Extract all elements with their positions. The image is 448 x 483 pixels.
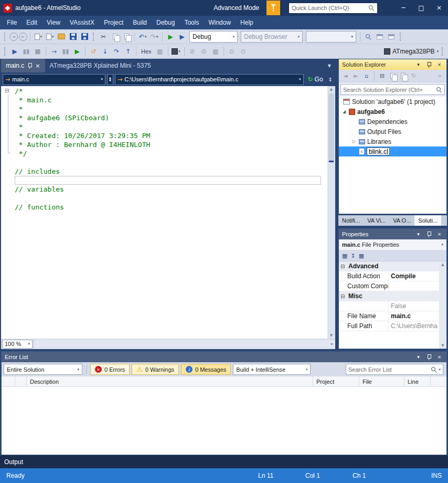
solution-explorer-titlebar[interactable]: Solution Explorer ▾ ×: [339, 59, 446, 70]
pin-icon[interactable]: [425, 61, 433, 68]
property-value[interactable]: Compile: [389, 272, 439, 280]
toolbar-grip[interactable]: [4, 47, 6, 56]
property-row-false[interactable]: False: [339, 301, 439, 311]
scroll-down-icon[interactable]: ▼: [441, 343, 444, 348]
navigate-forward-icon[interactable]: ►: [19, 33, 27, 41]
copy-icon[interactable]: [110, 31, 120, 43]
property-value[interactable]: False: [389, 302, 439, 310]
code-line[interactable]: */: [15, 149, 327, 158]
save-all-icon[interactable]: [79, 31, 90, 43]
menu-tools[interactable]: Tools: [179, 16, 204, 29]
collapse-icon[interactable]: ⊟: [340, 264, 346, 269]
pending-changes-filter-icon[interactable]: [388, 71, 397, 81]
properties-object-combo[interactable]: main.c File Properties ▾: [339, 239, 446, 250]
scroll-up-icon[interactable]: ▲: [330, 87, 333, 91]
menu-project[interactable]: Project: [99, 16, 128, 29]
maximize-button[interactable]: □: [412, 0, 430, 16]
collapse-all-icon[interactable]: ⊟: [378, 71, 387, 81]
toolbar-grip[interactable]: [400, 33, 402, 41]
column-severity[interactable]: [2, 376, 15, 386]
zoom-combo[interactable]: 100 % ▾: [2, 340, 33, 349]
rename-input[interactable]: blink.c: [367, 148, 390, 155]
mode-filter-button[interactable]: ▾: [266, 1, 280, 15]
code-line[interactable]: * Author : Bernhard @ I4HEINLOTH: [15, 140, 327, 149]
toolbar-grip[interactable]: [4, 33, 6, 41]
menu-build[interactable]: Build: [128, 16, 152, 29]
menu-edit[interactable]: Edit: [22, 16, 42, 29]
tree-item-solution[interactable]: Solution 'aufgabe6' (1 project): [339, 97, 446, 107]
window-position-icon[interactable]: ▾: [414, 62, 422, 67]
code-line[interactable]: [15, 194, 327, 203]
find-in-files-icon[interactable]: [363, 31, 374, 43]
warnings-filter-button[interactable]: ⚠ 0 Warnings: [132, 364, 179, 375]
code-editor[interactable]: /* * main.c * * aufgabe6 (SPiCboard) * *…: [15, 86, 327, 339]
pin-icon[interactable]: [27, 62, 32, 69]
expander-expanded-icon[interactable]: ◢: [342, 109, 347, 114]
solution-search-input[interactable]: [343, 87, 436, 93]
debug-target-combo[interactable]: ▾: [306, 31, 356, 43]
device-tool-icon[interactable]: ▾: [171, 46, 182, 57]
error-source-combo[interactable]: Build + IntelliSense ▾: [233, 364, 311, 375]
continue-icon[interactable]: ▶: [9, 46, 20, 57]
code-line[interactable]: *: [15, 104, 327, 113]
tab-va-outline[interactable]: VA O...: [389, 215, 414, 226]
error-list-titlebar[interactable]: Error List ▾ ×: [2, 352, 446, 362]
stop-icon[interactable]: ■: [33, 46, 43, 57]
error-list-body[interactable]: [2, 387, 446, 455]
cut-icon[interactable]: ✂: [98, 31, 109, 43]
start-without-debugging-icon[interactable]: ▶: [177, 31, 187, 43]
properties-titlebar[interactable]: Properties ▾ ×: [339, 229, 446, 239]
column-line[interactable]: Line: [404, 376, 431, 386]
show-next-statement-icon[interactable]: →: [49, 46, 59, 57]
scroll-down-icon[interactable]: ▼: [330, 333, 333, 338]
close-button[interactable]: ×: [430, 0, 448, 16]
step-into-icon[interactable]: ↓: [100, 46, 110, 57]
window-position-icon[interactable]: ▾: [414, 232, 422, 237]
tree-item-libraries[interactable]: ▷ Libraries: [339, 136, 446, 146]
tool-window-icon[interactable]: [375, 31, 385, 43]
collapse-icon[interactable]: ⊟: [340, 293, 346, 299]
debug-browser-combo[interactable]: Debug Browser▾: [241, 31, 303, 43]
disable-breakpoints-icon[interactable]: ⊘: [187, 46, 198, 57]
editor-horizontal-scrollbar[interactable]: ►: [35, 340, 335, 348]
navigate-back-icon[interactable]: ◄: [9, 33, 18, 41]
step-over-icon[interactable]: ↷: [111, 46, 122, 57]
add-item-icon[interactable]: ▾: [45, 31, 55, 43]
close-icon[interactable]: ×: [435, 354, 443, 360]
combo-stepper[interactable]: ▲ ▼: [107, 74, 113, 85]
hex-toggle[interactable]: Hex: [139, 48, 154, 55]
solution-search-box[interactable]: [340, 84, 445, 95]
quick-launch-input[interactable]: [292, 5, 368, 11]
pin-icon[interactable]: [425, 354, 433, 360]
column-description[interactable]: Description: [27, 376, 313, 386]
tab-notifications[interactable]: Notifi...: [338, 215, 364, 226]
scope-combo[interactable]: → main.c ▾: [3, 74, 105, 85]
new-file-icon[interactable]: ▾: [33, 31, 44, 43]
quick-launch-search[interactable]: [289, 3, 378, 14]
stopwatch-icon[interactable]: ⊙: [227, 46, 237, 57]
redo-icon[interactable]: ↷▾: [149, 31, 159, 43]
menu-debug[interactable]: Debug: [152, 16, 179, 29]
error-list-search-box[interactable]: ▾: [346, 364, 443, 375]
break-all-icon[interactable]: ▮▮: [60, 46, 71, 57]
device-selector[interactable]: ATmega328PB ▾: [384, 48, 439, 55]
breakpoints-window-icon[interactable]: ⊘: [199, 46, 209, 57]
error-list-search-input[interactable]: [348, 366, 429, 373]
menu-file[interactable]: File: [2, 16, 22, 29]
pin-icon[interactable]: [425, 231, 433, 237]
split-editor-icon[interactable]: ⇕: [327, 77, 334, 82]
file-path-combo[interactable]: → C:\Users\Bernhard\projects\aufgabe6\ma…: [115, 74, 304, 85]
toolbar-grip[interactable]: [442, 47, 444, 56]
menu-view[interactable]: View: [42, 16, 65, 29]
alphabetical-sort-icon[interactable]: ↕: [350, 253, 355, 259]
go-button[interactable]: ↻ Go: [305, 76, 326, 83]
tab-main-c[interactable]: main.c ×: [1, 59, 45, 72]
property-row-custom-compile[interactable]: Custom Compil: [339, 281, 439, 291]
editor-vertical-scrollbar[interactable]: ▲ ▼: [327, 86, 335, 339]
close-icon[interactable]: ×: [435, 232, 443, 237]
code-line[interactable]: // variables: [15, 185, 327, 194]
close-icon[interactable]: ×: [435, 62, 443, 67]
menu-help[interactable]: Help: [236, 16, 258, 29]
output-panel-tab[interactable]: Output: [0, 455, 448, 468]
tab-solution-explorer[interactable]: Soluti...: [414, 215, 441, 226]
